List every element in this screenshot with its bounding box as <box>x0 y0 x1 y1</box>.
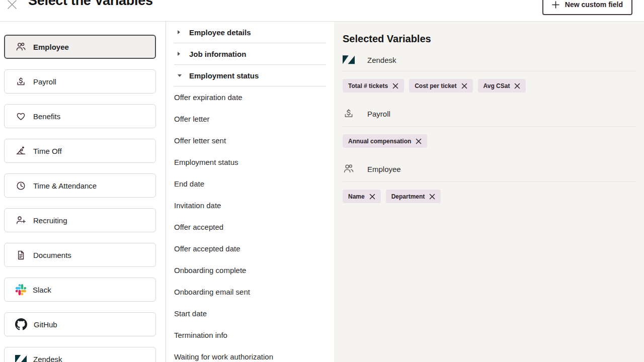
variable-option[interactable]: Termination info <box>174 324 326 346</box>
document-icon <box>15 249 27 261</box>
sidebar-item-label: Recruiting <box>33 216 67 225</box>
sidebar-item-employee[interactable]: Employee <box>4 35 156 59</box>
clock-icon <box>15 180 27 192</box>
github-logo <box>15 318 27 330</box>
chip-label: Name <box>348 193 365 200</box>
chip: Name <box>343 190 381 203</box>
chip-label: Total # tickets <box>348 82 388 89</box>
variable-option[interactable]: Onboarding email sent <box>174 281 326 303</box>
header: Select the Variables New custom field <box>0 0 644 22</box>
sidebar-item-time-off[interactable]: Time Off <box>4 139 156 163</box>
variable-option[interactable]: Offer letter <box>174 108 326 130</box>
payroll-icon <box>343 108 355 120</box>
chip-label: Department <box>391 193 425 200</box>
sidebar-item-label: GitHub <box>34 320 57 329</box>
sidebar-item-label: Benefits <box>33 112 60 121</box>
select-variables-modal: Select the Variables New custom field Em… <box>0 0 644 362</box>
variable-option[interactable]: Employment status <box>174 151 326 173</box>
sidebar-item-time-attendance[interactable]: Time & Attendance <box>4 173 156 198</box>
group-employment-status[interactable]: Employment status <box>174 65 326 86</box>
sidebar-item-slack[interactable]: Slack <box>4 278 156 302</box>
section-label: Zendesk <box>367 56 396 64</box>
sidebar-item-zendesk[interactable]: Zendesk <box>4 347 156 362</box>
sidebar-item-label: Time Off <box>33 147 62 155</box>
variable-option[interactable]: Offer expiration date <box>174 86 326 108</box>
person-add-icon <box>15 215 27 226</box>
selected-variables-title: Selected Variables <box>343 32 636 45</box>
heart-icon <box>15 111 27 122</box>
chip: Annual compensation <box>343 134 427 148</box>
sidebar-item-label: Zendesk <box>33 355 62 362</box>
variable-option[interactable]: Invitation date <box>174 195 326 216</box>
new-custom-field-button[interactable]: New custom field <box>542 0 632 15</box>
chevron-right-icon <box>178 52 180 56</box>
remove-chip-icon[interactable] <box>416 138 422 144</box>
group-employee-details[interactable]: Employee details <box>174 22 326 43</box>
chip: Avg CSat <box>478 79 526 93</box>
category-sidebar: Employee Payroll Benefits <box>0 22 166 362</box>
variable-option[interactable]: Waiting for work authorization <box>174 346 326 362</box>
remove-chip-icon[interactable] <box>461 83 467 89</box>
new-custom-field-label: New custom field <box>565 1 623 9</box>
time-off-icon <box>15 145 27 157</box>
chip: Cost per ticket <box>409 79 472 93</box>
zendesk-chips: Total # tickets Cost per ticket Avg CSat <box>343 79 636 93</box>
plus-icon <box>552 1 559 9</box>
chevron-right-icon <box>178 30 180 34</box>
payroll-icon <box>15 76 27 87</box>
page-title: Select the Variables <box>28 0 153 9</box>
selected-section-zendesk: Zendesk <box>343 55 636 71</box>
selected-variables-panel: Selected Variables Zendesk Total # ticke… <box>334 22 644 362</box>
zendesk-logo <box>15 355 27 362</box>
payroll-chips: Annual compensation <box>343 134 636 148</box>
close-icon[interactable] <box>6 0 18 11</box>
chip: Total # tickets <box>343 79 404 93</box>
people-icon <box>15 41 27 53</box>
variable-option[interactable]: Offer accepted date <box>174 238 326 259</box>
variable-option[interactable]: Offer accepted <box>174 216 326 238</box>
variable-option[interactable]: Start date <box>174 303 326 324</box>
section-label: Employee <box>367 165 401 173</box>
selected-section-payroll: Payroll <box>343 108 636 127</box>
sidebar-item-label: Documents <box>33 251 71 259</box>
section-label: Payroll <box>367 110 390 118</box>
sidebar-item-benefits[interactable]: Benefits <box>4 104 156 128</box>
chip-label: Annual compensation <box>348 138 411 145</box>
variable-option[interactable]: End date <box>174 173 326 195</box>
sidebar-item-label: Time & Attendance <box>33 182 97 190</box>
group-label: Employee details <box>189 28 251 37</box>
slack-logo <box>15 284 26 295</box>
variable-option[interactable]: Onboarding complete <box>174 259 326 281</box>
group-label: Employment status <box>189 71 259 80</box>
sidebar-item-label: Employee <box>33 43 69 51</box>
variable-option[interactable]: Offer letter sent <box>174 130 326 151</box>
selected-section-employee: Employee <box>343 163 636 182</box>
group-job-information[interactable]: Job information <box>174 43 326 65</box>
remove-chip-icon[interactable] <box>392 83 398 89</box>
chip: Department <box>386 190 441 203</box>
people-icon <box>343 163 355 175</box>
sidebar-item-github[interactable]: GitHub <box>4 312 156 336</box>
remove-chip-icon[interactable] <box>369 194 375 200</box>
sidebar-item-recruiting[interactable]: Recruiting <box>4 208 156 232</box>
sidebar-item-documents[interactable]: Documents <box>4 243 156 267</box>
chip-label: Avg CSat <box>484 82 510 89</box>
sidebar-item-label: Payroll <box>33 77 56 86</box>
group-label: Job information <box>189 50 246 58</box>
sidebar-item-label: Slack <box>33 286 51 294</box>
remove-chip-icon[interactable] <box>429 194 435 200</box>
remove-chip-icon[interactable] <box>514 83 520 89</box>
chip-label: Cost per ticket <box>415 82 456 89</box>
chevron-down-icon <box>178 74 182 77</box>
employee-chips: Name Department <box>343 190 636 203</box>
variables-column: Employee details Job information Employm… <box>167 22 334 362</box>
zendesk-logo <box>343 55 355 64</box>
sidebar-item-payroll[interactable]: Payroll <box>4 69 156 94</box>
